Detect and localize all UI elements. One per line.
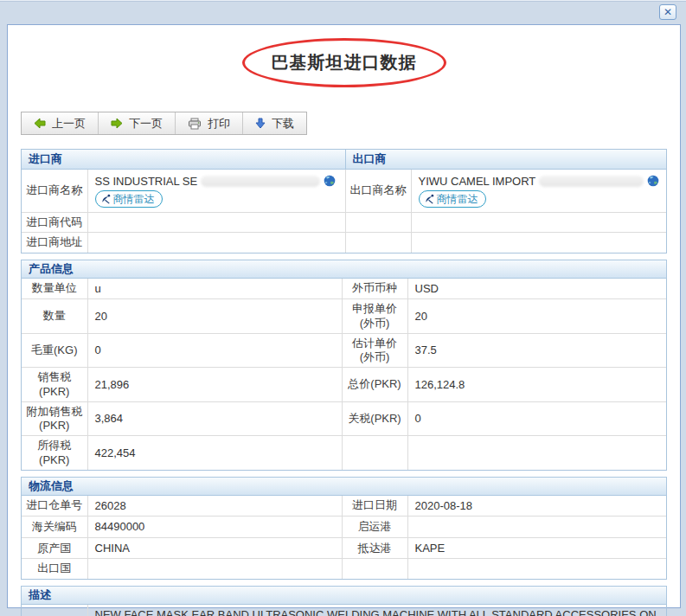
green-left-arrow-icon <box>34 118 46 129</box>
field-label: 毛重(KG) <box>22 333 87 368</box>
green-right-arrow-icon <box>111 118 123 129</box>
empty-label-cell <box>345 213 411 233</box>
field-label: 关税(PKR) <box>342 401 407 436</box>
logistics-section-header: 物流信息 <box>21 477 667 496</box>
business-radar-label: 商情雷达 <box>437 192 478 206</box>
product-description-value: NEW FACE MASK EAR BAND ULTRASONIC WELDIN… <box>87 605 666 616</box>
empty-label-cell <box>345 233 411 253</box>
field-value: 37.5 <box>407 333 666 368</box>
table-row: 数量单位 u 外币币种 USD <box>22 279 666 299</box>
next-page-button[interactable]: 下一页 <box>99 112 176 134</box>
blue-down-arrow-icon <box>255 118 266 129</box>
table-row: 所得税(PKR) 422,454 <box>22 436 666 470</box>
exporter-name-cell: YIWU CAMEL IMPORT <box>411 169 666 213</box>
download-button[interactable]: 下载 <box>243 112 306 134</box>
field-label: 外币币种 <box>342 279 407 299</box>
prev-page-button[interactable]: 上一页 <box>22 112 99 134</box>
description-section-header: 描述 <box>21 586 667 605</box>
exporter-name-value: YIWU CAMEL IMPORT <box>419 174 536 189</box>
field-label: 数量 <box>22 299 87 334</box>
field-label: 进口仓单号 <box>22 496 87 517</box>
field-value: USD <box>407 279 666 299</box>
importer-code-value <box>87 213 345 233</box>
field-value: 20 <box>407 299 666 334</box>
table-row: 毛重(KG) 0 估计单价(外币) 37.5 <box>22 333 666 368</box>
satellite-dish-icon <box>424 194 434 204</box>
table-row: 进口商名称 SS INDUSTRIAL SE <box>22 169 666 213</box>
print-button[interactable]: 打印 <box>176 112 243 134</box>
table-row: 附加销售税(PKR) 3,864 关税(PKR) 0 <box>22 401 666 436</box>
field-value <box>87 559 342 579</box>
importer-name-label: 进口商名称 <box>22 169 87 213</box>
print-label: 打印 <box>208 116 230 132</box>
page-title: 巴基斯坦进口数据 <box>272 51 417 74</box>
importer-name-value: SS INDUSTRIAL SE <box>95 174 198 189</box>
field-value: CHINA <box>87 537 342 559</box>
table-row: 进口商地址 <box>22 233 666 253</box>
close-icon[interactable]: ✕ <box>659 4 676 20</box>
next-page-label: 下一页 <box>129 116 163 132</box>
field-value <box>407 436 666 470</box>
business-radar-label: 商情雷达 <box>113 192 155 206</box>
redacted-text <box>201 176 320 187</box>
field-value: u <box>87 279 342 299</box>
exporter-name-label: 出口商名称 <box>345 169 411 213</box>
importer-code-label: 进口商代码 <box>22 213 87 233</box>
exporter-section-header: 出口商 <box>345 150 666 169</box>
product-section-header: 产品信息 <box>21 260 667 279</box>
field-label: 申报单价(外币) <box>342 299 407 334</box>
field-value: 20 <box>87 299 342 334</box>
field-label: 原产国 <box>22 537 87 559</box>
field-value: 0 <box>87 333 342 368</box>
table-row: 出口国 <box>22 559 666 579</box>
field-label: 启运港 <box>342 517 407 538</box>
window-frame-top <box>0 0 686 2</box>
field-value: 21,896 <box>87 368 342 402</box>
field-label: 所得税(PKR) <box>22 436 87 470</box>
section-logistics-info: 物流信息 进口仓单号 26028 进口日期 2020-08-18 海关编码 84… <box>21 477 667 580</box>
field-value: 3,864 <box>87 401 342 436</box>
field-value <box>407 559 666 579</box>
business-radar-badge[interactable]: 商情雷达 <box>419 190 486 208</box>
field-label: 海关编码 <box>22 517 87 538</box>
redacted-text <box>539 176 644 187</box>
table-row: 进口商代码 <box>22 213 666 233</box>
field-label: 进口日期 <box>342 496 407 517</box>
satellite-dish-icon <box>100 194 111 204</box>
field-label: 出口国 <box>22 559 87 579</box>
toolbar: 上一页 下一页 打印 下载 <box>21 112 307 135</box>
importer-name-cell: SS INDUSTRIAL SE <box>87 169 345 213</box>
field-value: 26028 <box>87 496 342 517</box>
field-label: 附加销售税(PKR) <box>22 401 87 436</box>
table-row: 数量 20 申报单价(外币) 20 <box>22 299 666 334</box>
field-value: 422,454 <box>87 436 342 470</box>
table-row: 产品描述 NEW FACE MASK EAR BAND ULTRASONIC W… <box>22 605 666 616</box>
section-product-info: 产品信息 数量单位 u 外币币种 USD 数量 20 申报单价(外币) 20 <box>21 260 667 471</box>
prev-page-label: 上一页 <box>52 116 86 132</box>
business-radar-badge[interactable]: 商情雷达 <box>95 190 163 208</box>
field-value: 126,124.8 <box>407 368 666 402</box>
field-value <box>407 517 666 538</box>
importer-address-label: 进口商地址 <box>22 233 87 253</box>
field-label: 数量单位 <box>22 279 87 299</box>
empty-value-cell <box>411 213 666 233</box>
field-label: 销售税(PKR) <box>22 368 87 402</box>
field-value: 84490000 <box>87 517 342 538</box>
product-description-label: 产品描述 <box>22 605 87 616</box>
field-value: 2020-08-18 <box>407 496 666 517</box>
page-title-text: 巴基斯坦进口数据 <box>272 53 417 72</box>
importer-section-header: 进口商 <box>22 150 345 169</box>
section-description: 描述 产品描述 NEW FACE MASK EAR BAND ULTRASONI… <box>21 586 667 616</box>
globe-icon[interactable] <box>324 175 336 187</box>
table-row: 海关编码 84490000 启运港 <box>22 517 666 538</box>
globe-icon[interactable] <box>647 175 659 187</box>
table-row: 原产国 CHINA 抵达港 KAPE <box>22 537 666 559</box>
field-value: KAPE <box>407 537 666 559</box>
field-label <box>342 436 407 470</box>
field-label: 抵达港 <box>342 537 407 559</box>
field-value: 0 <box>407 401 666 436</box>
printer-icon <box>188 118 202 130</box>
field-label: 估计单价(外币) <box>342 333 407 368</box>
empty-value-cell <box>411 233 666 253</box>
importer-address-value <box>87 233 345 253</box>
